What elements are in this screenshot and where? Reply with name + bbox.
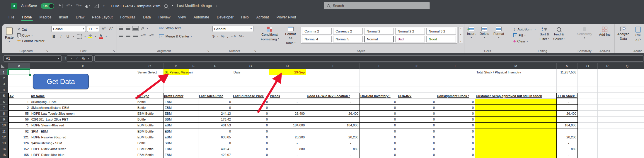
- cell-C1[interactable]: Server Select: [136, 69, 163, 75]
- find-select-button[interactable]: Find &Select▾: [552, 26, 566, 42]
- col-header-D[interactable]: D: [163, 63, 189, 69]
- cell-O13[interactable]: [578, 140, 598, 146]
- cell-L10[interactable]: 0: [436, 123, 475, 128]
- cell-Q5[interactable]: [617, 93, 637, 99]
- cell-K5[interactable]: COA-INV: [397, 93, 436, 99]
- style-chip-good[interactable]: Good: [426, 36, 456, 42]
- cell-fill2[interactable]: [637, 75, 644, 81]
- cell-L7[interactable]: 0: [436, 105, 475, 111]
- cell-Q3[interactable]: [617, 81, 637, 87]
- cell-K7[interactable]: 0: [397, 105, 436, 111]
- name-box[interactable]: A1 ▾: [4, 55, 62, 62]
- cell-L9[interactable]: 0: [436, 117, 475, 123]
- cell-L14[interactable]: 0: [436, 146, 475, 152]
- cell-P11[interactable]: [598, 128, 617, 134]
- cell-O10[interactable]: [578, 123, 598, 128]
- cell-N12[interactable]: 20,200: [557, 134, 578, 140]
- cell-F1[interactable]: [198, 69, 232, 75]
- menu-tab-automate[interactable]: Automate: [190, 13, 213, 22]
- cell-A5[interactable]: AV: [8, 93, 30, 99]
- cell-N7[interactable]: -: [557, 105, 578, 111]
- underline-button[interactable]: U: [65, 34, 70, 39]
- cell-K6[interactable]: 0: [397, 99, 436, 105]
- cell-E5[interactable]: [189, 93, 198, 99]
- cell-P6[interactable]: [598, 99, 617, 105]
- increase-font-icon[interactable]: A″: [100, 26, 107, 31]
- cell-O7[interactable]: [578, 105, 598, 111]
- cell-L1[interactable]: [436, 69, 475, 75]
- col-header-L[interactable]: L: [436, 63, 475, 69]
- menu-tab-formulas[interactable]: Formulas: [116, 13, 139, 22]
- cancel-entry-icon[interactable]: ×: [70, 56, 72, 61]
- cell-fill9[interactable]: [637, 117, 644, 123]
- menu-tab-acrobat[interactable]: Acrobat: [253, 13, 273, 22]
- increase-decimal-icon[interactable]: ←.0: [231, 35, 236, 38]
- cell-I15[interactable]: -: [306, 152, 360, 158]
- cell-N3[interactable]: [557, 81, 578, 87]
- cell-P3[interactable]: [598, 81, 617, 87]
- cell-F13[interactable]: 0: [198, 140, 232, 146]
- cell-L13[interactable]: 0: [436, 140, 475, 146]
- cell-O12[interactable]: [578, 134, 598, 140]
- cell-E2[interactable]: [189, 75, 198, 81]
- cell-E7[interactable]: [189, 105, 198, 111]
- analyze-data-button[interactable]: AnalyzeData: [616, 26, 631, 42]
- number-dialog-launcher[interactable]: ↘: [254, 49, 256, 52]
- cell-A8[interactable]: 55: [8, 111, 30, 116]
- cell-J6[interactable]: 0: [360, 99, 397, 105]
- cell-L2[interactable]: [436, 75, 475, 81]
- cell-J10[interactable]: 0: [360, 123, 397, 128]
- cell-G14[interactable]: 0: [232, 146, 269, 152]
- cell-fill6[interactable]: [637, 99, 644, 105]
- font-color-icon[interactable]: A: [99, 34, 103, 39]
- insert-cells-button[interactable]: ⇐Insert▾: [466, 26, 477, 40]
- cell-L15[interactable]: 0: [436, 152, 475, 158]
- cell-N14[interactable]: 880: [557, 146, 578, 152]
- cell-B9[interactable]: 0291881- Lysol 28oz PET: [30, 117, 136, 123]
- cell-F3[interactable]: [198, 81, 232, 87]
- delete-cells-button[interactable]: ×Delete▾: [478, 26, 491, 40]
- cell-Q8[interactable]: [617, 111, 637, 116]
- cell-G5[interactable]: Last Purchase Price: [232, 93, 269, 99]
- decrease-font-icon[interactable]: Aˇ: [108, 26, 114, 31]
- cell-B14[interactable]: HDPE Ridex 48oz silver: [30, 146, 136, 152]
- style-chip-normal[interactable]: Normal: [364, 36, 394, 42]
- cell-J3[interactable]: [360, 81, 397, 87]
- cell-F8[interactable]: 244.13: [198, 111, 232, 116]
- increase-indent-icon[interactable]: ⇥☰: [149, 34, 154, 37]
- comma-format-button[interactable]: ,: [227, 34, 228, 38]
- cell-G6[interactable]: 0: [232, 99, 269, 105]
- cell-A9[interactable]: 56: [8, 117, 30, 123]
- clear-button[interactable]: ◆Clear▾: [512, 39, 537, 44]
- currency-format-button[interactable]: $: [212, 34, 214, 38]
- cell-E9[interactable]: [189, 117, 198, 123]
- style-chip-normal-2[interactable]: Normal 2: [364, 28, 394, 35]
- col-header-N[interactable]: N: [557, 63, 578, 69]
- cell-K14[interactable]: 0: [397, 146, 436, 152]
- cell-B8[interactable]: HDPE Law Toggle 28oz green: [30, 111, 136, 116]
- cell-H9[interactable]: -: [269, 117, 306, 123]
- cell-M5[interactable]: Customer Scrap approved but still in Sto…: [475, 93, 557, 99]
- menu-tab-developer[interactable]: Developer: [213, 13, 237, 22]
- cell-E11[interactable]: [189, 128, 198, 134]
- cell-A6[interactable]: 1: [8, 99, 30, 105]
- cell-P8[interactable]: [598, 111, 617, 116]
- row-header-2[interactable]: 2: [0, 75, 8, 81]
- redo-icon[interactable]: ↷▾: [76, 4, 81, 8]
- cell-E6[interactable]: [189, 99, 198, 105]
- row-header-11[interactable]: 11: [0, 128, 8, 134]
- align-right-icon[interactable]: [133, 34, 138, 37]
- col-header-A[interactable]: A: [8, 63, 30, 69]
- cell-N13[interactable]: -: [557, 140, 578, 146]
- row-header-13[interactable]: 13: [0, 140, 8, 146]
- format-as-table-button[interactable]: Format asTable▾: [282, 26, 299, 46]
- cell-J8[interactable]: 0: [360, 111, 397, 116]
- style-chip-normal-4[interactable]: Normal 4: [302, 36, 332, 42]
- undo-icon[interactable]: ↶▾: [66, 4, 72, 8]
- cell-D10[interactable]: EBM: [163, 123, 189, 128]
- cell-O3[interactable]: [578, 81, 598, 87]
- cell-fill14[interactable]: [637, 146, 644, 152]
- cell-H5[interactable]: Pieces: [269, 93, 306, 99]
- cell-C11[interactable]: EBM Bottle: [136, 128, 163, 134]
- cell-C10[interactable]: EBM Bottle: [136, 123, 163, 128]
